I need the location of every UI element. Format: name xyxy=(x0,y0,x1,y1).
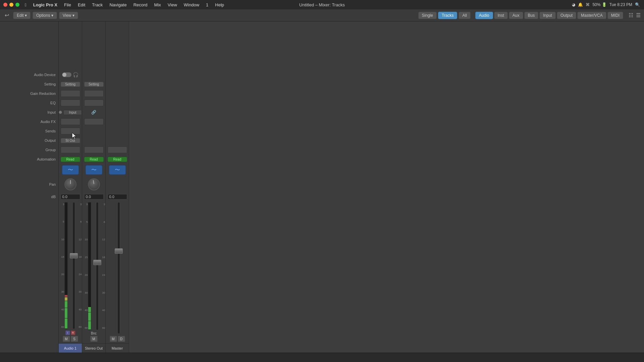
automation-btn-stereoout[interactable]: Read xyxy=(84,157,104,162)
ch-aux-btn[interactable]: Aux xyxy=(509,12,523,19)
1-menu[interactable]: 1 xyxy=(203,2,211,8)
db-scale2-audio1: 3 6 12 18 24 30 40 60 xyxy=(76,202,82,329)
mute-btn-audio1[interactable]: M xyxy=(63,336,70,342)
help-menu[interactable]: Help xyxy=(212,2,227,8)
channel-name-master[interactable]: Master xyxy=(106,343,129,353)
group-slot-master xyxy=(108,146,127,153)
grid-layout-btn[interactable]: ☷ xyxy=(628,11,634,19)
i-btn-audio1[interactable]: I xyxy=(65,330,70,335)
view-single-btn[interactable]: Single xyxy=(418,12,437,19)
gain-slot-stereoout xyxy=(84,90,104,97)
waveform-btn-audio1[interactable]: 〜 xyxy=(62,165,79,175)
solo-btn-audio1[interactable]: S xyxy=(71,336,78,342)
waveform-row-stereoout: 〜 xyxy=(82,164,105,176)
pan-knob-audio1[interactable] xyxy=(64,178,76,190)
app-name-menu[interactable]: Logic Pro X xyxy=(31,2,60,8)
r-btn-audio1[interactable]: R xyxy=(71,330,75,335)
audio-fx-slot-stereoout xyxy=(84,118,104,125)
setting-btn-stereoout[interactable]: Setting xyxy=(84,82,104,87)
db-display-stereoout[interactable]: 0.0 xyxy=(84,194,104,199)
view-menu[interactable]: View xyxy=(165,2,180,8)
automation-btn-master[interactable]: Read xyxy=(108,157,127,162)
setting-btn-audio1[interactable]: Setting xyxy=(61,82,80,87)
ch-output-btn[interactable]: Output xyxy=(557,12,576,19)
db-scale-stereoout: 3 5 10 15 20 30 40 60 xyxy=(83,202,88,330)
ch-bus-btn[interactable]: Bus xyxy=(524,12,539,19)
fader-section-stereoout: 3 5 10 15 20 30 40 60 xyxy=(82,201,105,331)
ch-input-btn[interactable]: Input xyxy=(539,12,556,19)
fullscreen-button[interactable] xyxy=(15,3,19,7)
fader-track-master[interactable] xyxy=(117,202,120,334)
ch-audio-btn[interactable]: Audio xyxy=(475,12,493,19)
edit-menu[interactable]: Edit xyxy=(75,2,88,8)
fader-handle-stereoout[interactable] xyxy=(93,260,101,265)
fader-track-stereoout[interactable] xyxy=(96,202,99,330)
sends-label: Sends xyxy=(45,129,56,133)
channel-name-stereoout[interactable]: Stereo Out xyxy=(82,343,105,353)
navigate-menu[interactable]: Navigate xyxy=(107,2,129,8)
label-input: Input xyxy=(0,108,58,117)
mix-menu[interactable]: Mix xyxy=(152,2,164,8)
msd-row-stereoout: M xyxy=(90,336,98,342)
automation-row-stereoout: Read xyxy=(82,155,105,164)
automation-btn-audio1[interactable]: Read xyxy=(61,157,80,162)
view-tracks-btn[interactable]: Tracks xyxy=(438,12,458,19)
link-icon-stereoout[interactable]: 🔗 xyxy=(91,110,96,115)
gain-row-master xyxy=(106,89,129,98)
pan-knob-stereoout[interactable] xyxy=(88,178,100,190)
ch-midi-btn[interactable]: MIDI xyxy=(607,12,623,19)
channel-type-group: Audio Inst Aux Bus Input Output Master/V… xyxy=(475,12,623,19)
record-menu[interactable]: Record xyxy=(131,2,150,8)
window-title: Untitled – Mixer: Tracks xyxy=(299,2,345,7)
waveform-btn-stereoout[interactable]: 〜 xyxy=(86,165,102,175)
apple-menu[interactable]:  xyxy=(22,2,29,8)
channel-bottom-audio1: I R M S xyxy=(59,330,82,343)
edit-dropdown[interactable]: Edit ▾ xyxy=(13,12,31,19)
back-button[interactable]: ↩ xyxy=(3,11,11,19)
pan-row-stereoout xyxy=(82,176,105,193)
search-icon[interactable]: 🔍 xyxy=(635,2,640,7)
toolbar: ↩ Edit ▾ Options ▾ View ▾ Single Tracks … xyxy=(0,9,644,21)
view-all-btn[interactable]: All xyxy=(459,12,470,19)
close-button[interactable] xyxy=(3,3,7,7)
db-row-master: 0.0 xyxy=(106,193,129,201)
mute-btn-master[interactable]: M xyxy=(110,336,117,342)
list-layout-btn[interactable]: ☰ xyxy=(635,11,641,19)
audio-device-toggle[interactable] xyxy=(62,72,71,77)
input-row-master xyxy=(106,108,129,117)
label-audio-fx: Audio FX xyxy=(0,117,58,126)
window-menu[interactable]: Window xyxy=(181,2,202,8)
ch-mastervca-btn[interactable]: Master/VCA xyxy=(577,12,606,19)
view-dropdown[interactable]: View ▾ xyxy=(59,12,78,19)
pan-label: Pan xyxy=(49,182,56,186)
eq-row-master xyxy=(106,98,129,108)
fader-handle-audio1[interactable] xyxy=(70,253,78,258)
output-btn-audio1[interactable]: St Out xyxy=(61,138,80,143)
ch-inst-btn[interactable]: Inst xyxy=(494,12,508,19)
fader-section-audio1: 3 5 10 15 20 30 40 60 xyxy=(59,201,82,330)
main-area: Audio Device Setting Gain Reduction EQ I… xyxy=(0,21,644,353)
input-btn-audio1[interactable]: Input xyxy=(63,110,82,115)
labels-panel: Audio Device Setting Gain Reduction EQ I… xyxy=(0,21,59,353)
db-display-audio1[interactable]: 0.0 xyxy=(61,194,80,199)
track-menu[interactable]: Track xyxy=(89,2,105,8)
file-menu[interactable]: File xyxy=(61,2,74,8)
options-dropdown[interactable]: Options ▾ xyxy=(33,12,57,19)
sends-row-master xyxy=(106,126,129,136)
channel-strip-master: Read 〜 0.0 xyxy=(106,21,129,353)
pan-row-master xyxy=(106,176,129,193)
msd-row-audio1: M S xyxy=(63,336,78,342)
mute-btn-stereoout[interactable]: M xyxy=(90,336,98,342)
db-scale-audio1: 3 5 10 15 20 30 40 60 xyxy=(59,202,64,329)
db-display-master[interactable]: 0.0 xyxy=(108,194,127,199)
wifi-icon: ⌘ xyxy=(586,2,590,7)
minimize-button[interactable] xyxy=(9,3,13,7)
input-dot-audio1[interactable] xyxy=(59,111,62,114)
waveform-row-audio1: 〜 xyxy=(59,164,82,176)
d-btn-master[interactable]: D xyxy=(118,336,125,342)
channel-name-audio1[interactable]: Audio 1 xyxy=(59,343,82,353)
fader-handle-master[interactable] xyxy=(115,248,123,254)
fader-track-audio1[interactable] xyxy=(72,202,75,329)
eq-slot-stereoout xyxy=(84,100,104,106)
waveform-btn-master[interactable]: 〜 xyxy=(109,165,126,175)
